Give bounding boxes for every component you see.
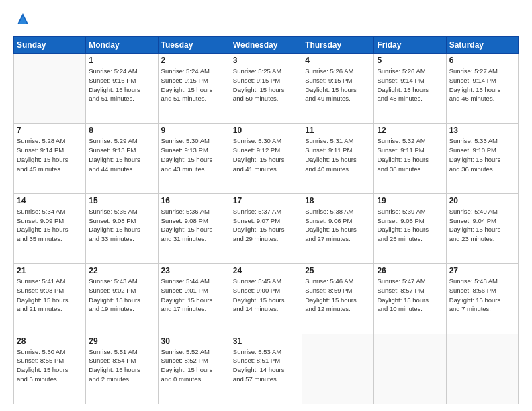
day-info: Sunrise: 5:39 AM Sunset: 9:05 PM Dayligh…	[377, 207, 443, 244]
day-number: 19	[377, 196, 443, 205]
calendar-header-monday: Monday	[86, 37, 158, 54]
calendar-cell	[14, 54, 86, 124]
calendar-cell: 3Sunrise: 5:25 AM Sunset: 9:15 PM Daylig…	[230, 54, 302, 124]
day-info: Sunrise: 5:28 AM Sunset: 9:14 PM Dayligh…	[17, 136, 83, 173]
day-info: Sunrise: 5:26 AM Sunset: 9:15 PM Dayligh…	[305, 66, 371, 103]
day-info: Sunrise: 5:26 AM Sunset: 9:14 PM Dayligh…	[377, 66, 443, 103]
calendar-cell: 23Sunrise: 5:44 AM Sunset: 9:01 PM Dayli…	[158, 264, 230, 334]
calendar-cell: 13Sunrise: 5:33 AM Sunset: 9:10 PM Dayli…	[446, 124, 518, 193]
calendar-cell: 21Sunrise: 5:41 AM Sunset: 9:03 PM Dayli…	[14, 264, 86, 334]
day-number: 7	[17, 126, 83, 135]
day-info: Sunrise: 5:41 AM Sunset: 9:03 PM Dayligh…	[17, 277, 83, 314]
day-info: Sunrise: 5:37 AM Sunset: 9:07 PM Dayligh…	[233, 207, 299, 244]
calendar-cell: 26Sunrise: 5:47 AM Sunset: 8:57 PM Dayli…	[374, 264, 446, 334]
calendar-cell: 2Sunrise: 5:24 AM Sunset: 9:15 PM Daylig…	[158, 54, 230, 124]
day-number: 27	[449, 266, 515, 275]
day-info: Sunrise: 5:50 AM Sunset: 8:55 PM Dayligh…	[17, 347, 83, 384]
day-number: 14	[17, 196, 83, 205]
calendar-cell: 5Sunrise: 5:26 AM Sunset: 9:14 PM Daylig…	[374, 54, 446, 124]
day-info: Sunrise: 5:45 AM Sunset: 9:00 PM Dayligh…	[233, 277, 299, 314]
day-number: 13	[449, 126, 515, 135]
week-row-3: 14Sunrise: 5:34 AM Sunset: 9:09 PM Dayli…	[14, 193, 519, 263]
day-info: Sunrise: 5:43 AM Sunset: 9:02 PM Dayligh…	[89, 277, 154, 314]
day-info: Sunrise: 5:53 AM Sunset: 8:51 PM Dayligh…	[233, 347, 299, 384]
logo	[13, 11, 35, 30]
calendar-cell: 27Sunrise: 5:48 AM Sunset: 8:56 PM Dayli…	[446, 264, 518, 334]
calendar-cell: 20Sunrise: 5:40 AM Sunset: 9:04 PM Dayli…	[446, 193, 518, 263]
day-number: 28	[17, 336, 83, 346]
day-info: Sunrise: 5:47 AM Sunset: 8:57 PM Dayligh…	[377, 277, 443, 314]
calendar-header-row: SundayMondayTuesdayWednesdayThursdayFrid…	[14, 37, 519, 54]
day-info: Sunrise: 5:51 AM Sunset: 8:54 PM Dayligh…	[89, 347, 154, 384]
day-info: Sunrise: 5:32 AM Sunset: 9:11 PM Dayligh…	[377, 136, 443, 173]
day-number: 2	[161, 56, 227, 65]
calendar-cell	[446, 334, 518, 404]
day-info: Sunrise: 5:52 AM Sunset: 8:52 PM Dayligh…	[161, 347, 227, 384]
calendar-cell: 22Sunrise: 5:43 AM Sunset: 9:02 PM Dayli…	[86, 264, 158, 334]
day-number: 24	[233, 266, 299, 275]
day-number: 16	[161, 196, 227, 205]
header	[13, 11, 519, 30]
day-number: 11	[305, 126, 371, 135]
calendar-header-thursday: Thursday	[302, 37, 374, 54]
day-info: Sunrise: 5:30 AM Sunset: 9:12 PM Dayligh…	[233, 136, 299, 173]
calendar-cell: 16Sunrise: 5:36 AM Sunset: 9:08 PM Dayli…	[158, 193, 230, 263]
day-number: 3	[233, 56, 299, 65]
day-number: 20	[449, 196, 515, 205]
day-number: 1	[89, 56, 154, 65]
day-info: Sunrise: 5:24 AM Sunset: 9:15 PM Dayligh…	[161, 66, 227, 103]
calendar-cell: 17Sunrise: 5:37 AM Sunset: 9:07 PM Dayli…	[230, 193, 302, 263]
calendar-cell	[302, 334, 374, 404]
day-number: 12	[377, 126, 443, 135]
day-number: 6	[449, 56, 515, 65]
calendar-cell: 7Sunrise: 5:28 AM Sunset: 9:14 PM Daylig…	[14, 124, 86, 193]
day-info: Sunrise: 5:46 AM Sunset: 8:59 PM Dayligh…	[305, 277, 371, 314]
day-info: Sunrise: 5:27 AM Sunset: 9:14 PM Dayligh…	[449, 66, 515, 103]
calendar-header-tuesday: Tuesday	[158, 37, 230, 54]
calendar-cell: 28Sunrise: 5:50 AM Sunset: 8:55 PM Dayli…	[14, 334, 86, 404]
day-number: 21	[17, 266, 83, 275]
day-number: 9	[161, 126, 227, 135]
day-number: 5	[377, 56, 443, 65]
day-number: 31	[233, 336, 299, 346]
day-info: Sunrise: 5:35 AM Sunset: 9:08 PM Dayligh…	[89, 207, 154, 244]
day-number: 22	[89, 266, 154, 275]
day-info: Sunrise: 5:40 AM Sunset: 9:04 PM Dayligh…	[449, 207, 515, 244]
week-row-1: 1Sunrise: 5:24 AM Sunset: 9:16 PM Daylig…	[14, 54, 519, 124]
week-row-2: 7Sunrise: 5:28 AM Sunset: 9:14 PM Daylig…	[14, 124, 519, 193]
day-number: 23	[161, 266, 227, 275]
calendar-cell: 9Sunrise: 5:30 AM Sunset: 9:13 PM Daylig…	[158, 124, 230, 193]
calendar-cell: 18Sunrise: 5:38 AM Sunset: 9:06 PM Dayli…	[302, 193, 374, 263]
calendar-header-saturday: Saturday	[446, 37, 518, 54]
day-info: Sunrise: 5:38 AM Sunset: 9:06 PM Dayligh…	[305, 207, 371, 244]
calendar: SundayMondayTuesdayWednesdayThursdayFrid…	[13, 36, 519, 404]
calendar-cell: 30Sunrise: 5:52 AM Sunset: 8:52 PM Dayli…	[158, 334, 230, 404]
day-number: 4	[305, 56, 371, 65]
calendar-header-sunday: Sunday	[14, 37, 86, 54]
day-info: Sunrise: 5:34 AM Sunset: 9:09 PM Dayligh…	[17, 207, 83, 244]
calendar-cell: 1Sunrise: 5:24 AM Sunset: 9:16 PM Daylig…	[86, 54, 158, 124]
day-number: 30	[161, 336, 227, 346]
day-info: Sunrise: 5:36 AM Sunset: 9:08 PM Dayligh…	[161, 207, 227, 244]
calendar-cell: 14Sunrise: 5:34 AM Sunset: 9:09 PM Dayli…	[14, 193, 86, 263]
day-info: Sunrise: 5:44 AM Sunset: 9:01 PM Dayligh…	[161, 277, 227, 314]
day-number: 26	[377, 266, 443, 275]
calendar-cell: 6Sunrise: 5:27 AM Sunset: 9:14 PM Daylig…	[446, 54, 518, 124]
day-number: 25	[305, 266, 371, 275]
calendar-cell: 29Sunrise: 5:51 AM Sunset: 8:54 PM Dayli…	[86, 334, 158, 404]
calendar-cell: 11Sunrise: 5:31 AM Sunset: 9:11 PM Dayli…	[302, 124, 374, 193]
day-info: Sunrise: 5:25 AM Sunset: 9:15 PM Dayligh…	[233, 66, 299, 103]
day-number: 29	[89, 336, 154, 346]
calendar-cell: 31Sunrise: 5:53 AM Sunset: 8:51 PM Dayli…	[230, 334, 302, 404]
calendar-cell: 12Sunrise: 5:32 AM Sunset: 9:11 PM Dayli…	[374, 124, 446, 193]
page: SundayMondayTuesdayWednesdayThursdayFrid…	[0, 0, 532, 411]
calendar-header-friday: Friday	[374, 37, 446, 54]
week-row-4: 21Sunrise: 5:41 AM Sunset: 9:03 PM Dayli…	[14, 264, 519, 334]
week-row-5: 28Sunrise: 5:50 AM Sunset: 8:55 PM Dayli…	[14, 334, 519, 404]
logo-icon	[13, 11, 32, 30]
calendar-cell: 10Sunrise: 5:30 AM Sunset: 9:12 PM Dayli…	[230, 124, 302, 193]
calendar-cell	[374, 334, 446, 404]
day-info: Sunrise: 5:48 AM Sunset: 8:56 PM Dayligh…	[449, 277, 515, 314]
day-info: Sunrise: 5:30 AM Sunset: 9:13 PM Dayligh…	[161, 136, 227, 173]
day-info: Sunrise: 5:33 AM Sunset: 9:10 PM Dayligh…	[449, 136, 515, 173]
